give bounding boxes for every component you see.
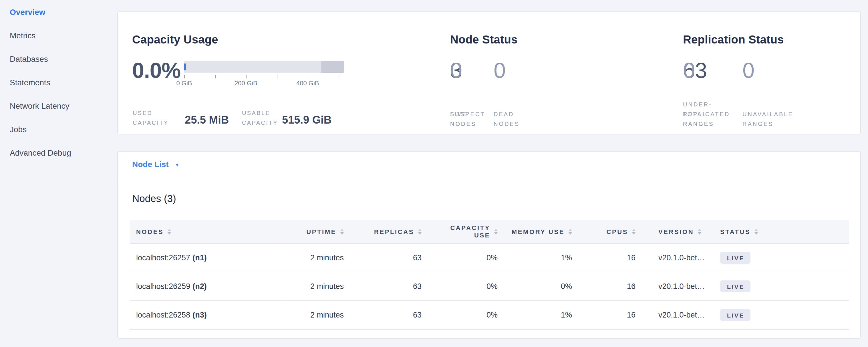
stat-value: 25.5 MiB: [185, 114, 229, 126]
replication-stat-under-replicated-ranges: 0UNDER-REPLICATEDRANGES: [683, 58, 752, 129]
capacity-bar-used-segment: [184, 64, 186, 70]
memory-use-cell: 0%: [503, 272, 578, 301]
node-status-section: Node Status 3LIVENODES0SUSPECTNODES0DEAD…: [450, 33, 518, 46]
node-address-cell[interactable]: localhost:26258(n3): [130, 301, 284, 329]
column-header-uptime[interactable]: UPTIME: [284, 220, 349, 243]
cpus-cell: 16: [578, 301, 641, 329]
node-status-title: Node Status: [450, 33, 518, 46]
status-cell: LIVE: [714, 301, 849, 329]
node-address-cell[interactable]: localhost:26257(n1): [130, 244, 284, 272]
status-cell: LIVE: [714, 244, 849, 272]
column-header-cpus[interactable]: CPUS: [578, 220, 641, 243]
memory-use-cell: 1%: [503, 301, 578, 329]
replication-status-title: Replication Status: [683, 33, 784, 46]
sidebar-item-advanced-debug[interactable]: Advanced Debug: [0, 141, 117, 164]
sidebar-item-network-latency[interactable]: Network Latency: [0, 94, 117, 117]
replicas-cell: 63: [349, 244, 427, 272]
memory-use-cell: 1%: [503, 244, 578, 272]
capacity-bar-tick-labels: 0 GiB200 GiB400 GiB: [184, 80, 344, 88]
node-id: (n2): [192, 282, 207, 291]
node-list-dropdown-label: Node List: [132, 160, 169, 169]
axis-tick: [339, 75, 339, 78]
node-id: (n3): [192, 311, 207, 319]
cpus-cell: 16: [578, 244, 641, 272]
nodes-table: NODESUPTIMEREPLICASCAPACITYUSEMEMORY USE…: [130, 220, 849, 329]
node-status-stat-dead-nodes: 0DEADNODES: [494, 58, 562, 129]
capacity-usage-bar-chart: 0 GiB200 GiB400 GiB: [184, 61, 344, 88]
column-header-label: CPUS: [606, 228, 628, 235]
chevron-down-icon: ▼: [175, 162, 180, 167]
column-header-label: NODES: [136, 228, 163, 235]
sort-arrows-icon: [167, 229, 171, 234]
column-header-nodes[interactable]: NODES: [130, 220, 284, 243]
sidebar-item-databases[interactable]: Databases: [0, 47, 117, 70]
replicas-cell: 63: [349, 272, 427, 301]
column-header-label: VERSION: [658, 228, 694, 235]
stat-label: DEADNODES: [494, 109, 520, 129]
capacity-use-cell: 0%: [427, 244, 503, 272]
node-address: localhost:26257: [136, 253, 190, 262]
sidebar: OverviewMetricsDatabasesStatementsNetwor…: [0, 0, 117, 347]
capacity-usage-title: Capacity Usage: [132, 33, 218, 46]
column-header-replicas[interactable]: REPLICAS: [349, 220, 427, 243]
uptime-cell: 2 minutes: [284, 301, 349, 329]
stat-label: UNAVAILABLERANGES: [742, 109, 793, 129]
capacity-use-cell: 0%: [427, 272, 503, 301]
replicas-cell: 63: [349, 301, 427, 329]
table-header-row: NODESUPTIMEREPLICASCAPACITYUSEMEMORY USE…: [130, 220, 849, 244]
table-row[interactable]: localhost:26257(n1)2 minutes630%1%16v20.…: [130, 244, 849, 272]
sidebar-item-metrics[interactable]: Metrics: [0, 24, 117, 47]
node-address-cell[interactable]: localhost:26259(n2): [130, 272, 284, 301]
sort-arrows-icon: [494, 229, 498, 234]
version-cell: v20.1.0-bet…: [641, 301, 714, 329]
column-header-capacity-use[interactable]: CAPACITYUSE: [427, 220, 503, 243]
cluster-summary-card: Capacity Usage 0.0% 0 GiB200 GiB400 GiB …: [117, 11, 861, 134]
stat-label: USABLECAPACITY: [242, 108, 278, 128]
column-header-label: UPTIME: [306, 228, 336, 235]
version-cell: v20.1.0-bet…: [641, 244, 714, 272]
node-list-dropdown[interactable]: Node List ▼: [118, 152, 860, 177]
capacity-usage-section: Capacity Usage 0.0% 0 GiB200 GiB400 GiB …: [132, 33, 218, 46]
node-address: localhost:26258: [136, 311, 190, 319]
cpus-cell: 16: [578, 272, 641, 301]
uptime-cell: 2 minutes: [284, 244, 349, 272]
nodes-table-title: Nodes (3): [132, 193, 176, 205]
axis-tick-label: 400 GiB: [296, 80, 319, 86]
node-id: (n1): [192, 253, 207, 262]
column-header-memory-use[interactable]: MEMORY USE: [503, 220, 578, 243]
sort-arrows-icon: [754, 229, 758, 234]
sidebar-item-overview[interactable]: Overview: [0, 0, 117, 24]
axis-tick: [215, 75, 216, 78]
table-row[interactable]: localhost:26258(n3)2 minutes630%1%16v20.…: [130, 301, 849, 329]
sidebar-item-statements[interactable]: Statements: [0, 70, 117, 94]
column-header-label: CAPACITYUSE: [450, 224, 490, 239]
status-badge: LIVE: [720, 280, 750, 292]
sidebar-item-jobs[interactable]: Jobs: [0, 117, 117, 141]
axis-tick: [246, 75, 247, 78]
column-header-status[interactable]: STATUS: [714, 220, 849, 243]
stat-label: SUSPECTNODES: [450, 109, 485, 129]
column-header-label: REPLICAS: [374, 228, 414, 235]
axis-tick: [184, 75, 185, 78]
stat-value: 0: [742, 58, 811, 83]
capacity-bar-track: [184, 61, 344, 73]
stat-value: 0: [494, 58, 562, 83]
sort-arrows-icon: [340, 229, 344, 234]
axis-tick: [277, 75, 277, 78]
column-header-version[interactable]: VERSION: [641, 220, 714, 243]
axis-tick: [308, 75, 308, 78]
axis-tick-label: 200 GiB: [235, 80, 257, 86]
table-row[interactable]: localhost:26259(n2)2 minutes630%0%16v20.…: [130, 272, 849, 301]
table-body: localhost:26257(n1)2 minutes630%1%16v20.…: [130, 244, 849, 329]
stat-value: 0: [683, 58, 752, 83]
replication-status-section: Replication Status 63TOTALRANGES0UNDER-R…: [683, 33, 784, 46]
column-header-label: MEMORY USE: [512, 228, 564, 235]
column-header-label: STATUS: [720, 228, 750, 235]
status-badge: LIVE: [720, 252, 750, 264]
node-list-card: Node List ▼ Nodes (3) NODESUPTIMEREPLICA…: [117, 151, 861, 339]
capacity-use-cell: 0%: [427, 301, 503, 329]
capacity-used-percent: 0.0%: [132, 58, 181, 83]
replication-stat-unavailable-ranges: 0UNAVAILABLERANGES: [742, 58, 811, 129]
capacity-bar-ticks: [184, 75, 344, 78]
capacity-bar-other-segment: [320, 61, 344, 73]
